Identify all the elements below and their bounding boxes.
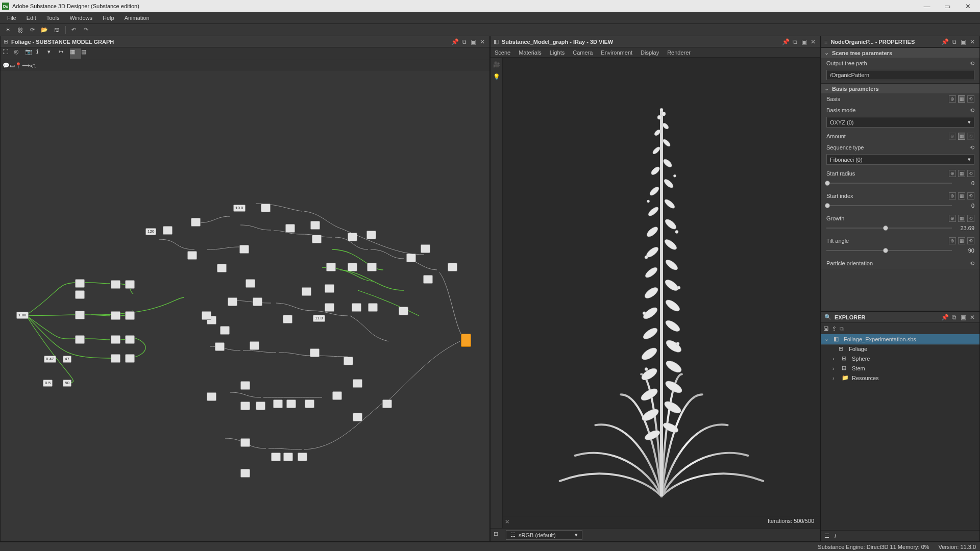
redo-icon[interactable]: ↷ — [80, 25, 91, 35]
graph-node[interactable] — [448, 263, 457, 271]
graph-node[interactable] — [187, 251, 197, 260]
graph-node[interactable] — [305, 399, 314, 408]
color-space-select[interactable]: ☷sRGB (default) ▾ — [506, 530, 582, 540]
start-index-value[interactable]: 0 — [956, 203, 974, 209]
pin-icon[interactable]: 📌 — [941, 38, 949, 46]
tab-renderer[interactable]: Renderer — [667, 49, 691, 56]
close-button[interactable]: ✕ — [958, 1, 978, 12]
graph-node[interactable] — [310, 348, 320, 357]
new-icon[interactable]: ✶ — [2, 25, 13, 35]
open-icon[interactable]: 📂 — [39, 25, 50, 35]
link-icon[interactable]: ▦ — [958, 215, 965, 222]
frame-icon[interactable]: ▭ — [10, 62, 15, 69]
undo-icon[interactable]: ↶ — [68, 25, 79, 35]
link-icon[interactable]: ▦ — [958, 133, 965, 140]
graph-node[interactable] — [366, 231, 376, 239]
link-icon[interactable]: ▦ — [958, 192, 965, 199]
graph-node[interactable] — [75, 335, 85, 344]
graph-node[interactable] — [286, 399, 296, 408]
info-icon[interactable]: ℹ — [36, 48, 47, 59]
graph-node[interactable] — [283, 453, 293, 461]
node-value[interactable]: 10.0 — [233, 205, 246, 212]
expose-icon[interactable]: ⊕ — [949, 237, 956, 244]
explorer-item-stem[interactable]: › ⊞ Stem — [821, 363, 979, 373]
panel-max-icon[interactable]: ▣ — [800, 38, 808, 46]
growth-slider[interactable] — [826, 228, 952, 229]
axis-icon[interactable]: ⤬ — [505, 518, 509, 525]
tilt-slider[interactable] — [826, 250, 952, 251]
grid-icon[interactable]: ▤ — [81, 48, 92, 59]
save-icon[interactable]: 🖫 — [51, 25, 62, 35]
panel-pop-icon[interactable]: ⧉ — [950, 313, 958, 321]
start-index-slider[interactable] — [826, 205, 952, 206]
start-radius-slider[interactable] — [826, 183, 952, 184]
node-value[interactable]: 1.00 — [16, 312, 29, 319]
panel-max-icon[interactable]: ▣ — [959, 313, 967, 321]
graph-node[interactable] — [191, 218, 201, 227]
graph-node[interactable] — [215, 342, 225, 351]
reset-icon[interactable]: ⟲ — [967, 237, 974, 244]
graph-node[interactable] — [75, 311, 85, 319]
node-value[interactable]: 11.8 — [313, 315, 325, 322]
graph-node[interactable] — [228, 297, 237, 306]
basis-mode-select[interactable]: OXYZ (0) ▾ — [826, 117, 974, 128]
graph-node[interactable] — [75, 279, 85, 288]
minimize-button[interactable]: — — [917, 1, 937, 12]
info-icon[interactable]: i — [835, 533, 836, 539]
link-mode-icon[interactable]: ⟿ — [22, 62, 30, 69]
menu-windows[interactable]: Windows — [64, 14, 97, 22]
badge-icon[interactable]: ▾ — [47, 48, 59, 59]
menu-file[interactable]: File — [2, 14, 21, 22]
graph-node[interactable] — [111, 280, 120, 289]
graph-node[interactable] — [423, 275, 433, 284]
tab-display[interactable]: Display — [641, 49, 659, 56]
maximize-button[interactable]: ▭ — [937, 1, 958, 12]
pin-icon[interactable]: 📌 — [451, 38, 459, 46]
node-value[interactable]: 47 — [63, 356, 71, 363]
link-icon[interactable]: ▦ — [958, 95, 965, 103]
graph-canvas[interactable]: 1.00 0.47 47 0.5 50 10.0 120 — [1, 71, 489, 541]
menu-edit[interactable]: Edit — [21, 14, 41, 22]
graph-node[interactable] — [261, 204, 271, 212]
graph-node[interactable] — [246, 279, 255, 288]
panel-pop-icon[interactable]: ⧉ — [950, 38, 958, 46]
graph-node[interactable] — [125, 280, 135, 289]
panel-close-icon[interactable]: ✕ — [809, 38, 817, 46]
graph-node[interactable] — [312, 235, 322, 243]
graph-node[interactable] — [332, 391, 342, 400]
graph-node[interactable] — [352, 303, 361, 312]
graph-node[interactable] — [125, 354, 135, 363]
graph-node[interactable] — [256, 402, 265, 410]
explorer-item-sphere[interactable]: › ⊞ Sphere — [821, 354, 979, 363]
link-icon[interactable]: ⧉ — [840, 325, 844, 332]
graph-node[interactable] — [348, 233, 357, 241]
node-value[interactable]: 0.47 — [44, 356, 56, 363]
publish-icon[interactable]: ⇪ — [832, 325, 837, 332]
reset-icon[interactable]: ⟲ — [970, 260, 974, 267]
panel-pop-icon[interactable]: ⧉ — [460, 38, 468, 46]
graph-node[interactable] — [250, 341, 259, 350]
graph-node[interactable] — [353, 379, 362, 388]
menu-animation[interactable]: Animation — [119, 14, 155, 22]
graph-node[interactable] — [326, 263, 336, 271]
explorer-item-foliage[interactable]: ⊞ Foliage — [821, 344, 979, 354]
panel-close-icon[interactable]: ✕ — [478, 38, 486, 46]
graph-node[interactable] — [163, 226, 173, 235]
pin-icon[interactable]: 📌 — [781, 38, 790, 46]
expose-icon[interactable]: ⊕ — [949, 95, 956, 103]
graph-node[interactable] — [310, 221, 320, 230]
tab-camera[interactable]: Camera — [573, 49, 593, 56]
expose-icon[interactable]: ⊕ — [949, 215, 956, 222]
route-icon[interactable]: ⎍ — [32, 63, 36, 69]
graph-node[interactable] — [298, 453, 307, 461]
node-value[interactable]: 120 — [145, 228, 156, 235]
graph-node[interactable] — [285, 224, 295, 233]
refresh-icon[interactable]: ⟳ — [27, 25, 38, 35]
pin-node-icon[interactable]: 📍 — [15, 62, 22, 69]
camera-icon[interactable]: 🎥 — [492, 60, 501, 69]
explorer-root[interactable]: ⌄ ◧ Foliage_Experimentation.sbs — [821, 334, 979, 344]
graph-output-node[interactable] — [461, 334, 471, 347]
graph-node[interactable] — [283, 315, 292, 323]
output-tree-path-input[interactable]: /OrganicPattern — [826, 70, 974, 80]
graph-node[interactable] — [353, 413, 362, 421]
